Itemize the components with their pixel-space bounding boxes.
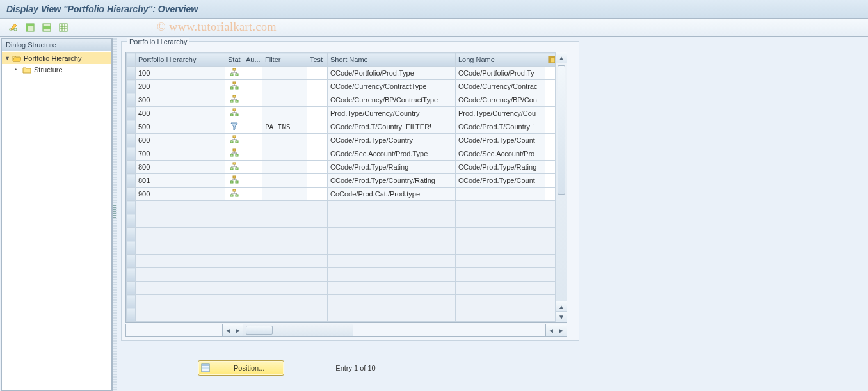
cell-long-name[interactable]: CCode/Currency/Contrac — [456, 80, 545, 93]
toolbar-select-block-button[interactable] — [40, 20, 54, 35]
cell-stat[interactable] — [225, 107, 243, 120]
cell-long-name[interactable] — [456, 188, 545, 201]
row-selector[interactable] — [127, 228, 136, 241]
vertical-scrollbar[interactable]: ▲ ▲ ▼ — [556, 52, 567, 322]
row-selector[interactable] — [127, 188, 136, 201]
cell-stat[interactable] — [225, 120, 243, 134]
cell-test[interactable] — [307, 120, 328, 134]
row-selector[interactable] — [127, 107, 136, 120]
cell-stat[interactable] — [225, 147, 243, 161]
column-long-name[interactable]: Long Name — [456, 53, 545, 67]
cell-au[interactable] — [243, 174, 262, 188]
column-row-selector[interactable] — [127, 53, 136, 67]
column-stat[interactable]: Stat — [225, 53, 243, 67]
position-button[interactable]: Position... — [198, 360, 284, 376]
cell-filter[interactable] — [262, 161, 307, 174]
cell-portfolio-hierarchy[interactable]: 400 — [136, 107, 225, 120]
cell-long-name[interactable]: CCode/Portfolio/Prod.Ty — [456, 67, 545, 80]
cell-portfolio-hierarchy[interactable]: 500 — [136, 120, 225, 134]
cell-test[interactable] — [307, 93, 328, 107]
row-selector[interactable] — [127, 308, 136, 322]
row-selector[interactable] — [127, 241, 136, 255]
cell-filter[interactable] — [262, 174, 307, 188]
cell-portfolio-hierarchy[interactable]: 800 — [136, 161, 225, 174]
cell-stat[interactable] — [225, 67, 243, 80]
toolbar-edit-button[interactable] — [6, 20, 20, 35]
tree-collapse-icon[interactable]: ▼ — [4, 55, 11, 61]
cell-short-name[interactable]: CoCode/Prod.Cat./Prod.type — [328, 188, 456, 201]
column-short-name[interactable]: Short Name — [328, 53, 456, 67]
column-portfolio-hierarchy[interactable]: Portfolio Hierarchy — [136, 53, 225, 67]
splitter-handle[interactable] — [112, 38, 117, 391]
cell-portfolio-hierarchy[interactable]: 900 — [136, 188, 225, 201]
cell-filter[interactable] — [262, 147, 307, 161]
cell-portfolio-hierarchy[interactable]: 100 — [136, 67, 225, 80]
cell-stat[interactable] — [225, 80, 243, 93]
tree-item-portfolio-hierarchy[interactable]: ▼Portfolio Hierarchy — [2, 52, 111, 64]
cell-portfolio-hierarchy[interactable]: 200 — [136, 80, 225, 93]
row-selector[interactable] — [127, 174, 136, 188]
cell-stat[interactable] — [225, 93, 243, 107]
cell-long-name[interactable]: CCode/Prod.Type/Rating — [456, 161, 545, 174]
scroll-right-arrow-icon[interactable]: ► — [556, 324, 567, 336]
cell-au[interactable] — [243, 120, 262, 134]
cell-long-name[interactable]: CCode/Sec.Account/Pro — [456, 147, 545, 161]
scroll-down-arrow2-icon[interactable]: ▼ — [556, 311, 567, 322]
cell-short-name[interactable]: CCode/Prod.Type/Country — [328, 134, 456, 147]
cell-au[interactable] — [243, 188, 262, 201]
scroll-left-arrow-icon[interactable]: ◄ — [223, 324, 233, 336]
row-selector[interactable] — [127, 295, 136, 308]
cell-filter[interactable]: PA_INS — [262, 120, 307, 134]
cell-test[interactable] — [307, 174, 328, 188]
cell-test[interactable] — [307, 188, 328, 201]
cell-short-name[interactable]: CCode/Prod.T/Country !FILTER! — [328, 120, 456, 134]
cell-stat[interactable] — [225, 134, 243, 147]
horizontal-scroll-thumb[interactable] — [246, 326, 273, 335]
cell-au[interactable] — [243, 134, 262, 147]
cell-au[interactable] — [243, 93, 262, 107]
horizontal-scrollbar[interactable]: ◄ ► ◄ ► — [125, 324, 567, 337]
cell-test[interactable] — [307, 147, 328, 161]
cell-filter[interactable] — [262, 107, 307, 120]
row-selector[interactable] — [127, 214, 136, 228]
row-selector[interactable] — [127, 93, 136, 107]
cell-stat[interactable] — [225, 174, 243, 188]
cell-test[interactable] — [307, 67, 328, 80]
tree-item-structure[interactable]: •Structure — [2, 64, 111, 76]
row-selector[interactable] — [127, 67, 136, 80]
column-au[interactable]: Au... — [243, 53, 262, 67]
row-selector[interactable] — [127, 134, 136, 147]
cell-au[interactable] — [243, 161, 262, 174]
row-selector[interactable] — [127, 147, 136, 161]
toolbar-select-all-button[interactable] — [23, 20, 37, 35]
row-selector[interactable] — [127, 120, 136, 134]
cell-au[interactable] — [243, 80, 262, 93]
row-selector[interactable] — [127, 201, 136, 214]
row-selector[interactable] — [127, 282, 136, 295]
cell-stat[interactable] — [225, 188, 243, 201]
cell-short-name[interactable]: CCode/Currency/ContractType — [328, 80, 456, 93]
cell-test[interactable] — [307, 134, 328, 147]
cell-portfolio-hierarchy[interactable]: 600 — [136, 134, 225, 147]
cell-short-name[interactable]: CCode/Prod.Type/Country/Rating — [328, 174, 456, 188]
cell-short-name[interactable]: CCode/Currency/BP/ContractType — [328, 93, 456, 107]
cell-portfolio-hierarchy[interactable]: 700 — [136, 147, 225, 161]
cell-filter[interactable] — [262, 134, 307, 147]
cell-filter[interactable] — [262, 93, 307, 107]
cell-long-name[interactable]: CCode/Currency/BP/Con — [456, 93, 545, 107]
scroll-left2-arrow-icon[interactable]: ◄ — [546, 324, 556, 336]
cell-long-name[interactable]: CCode/Prod.Type/Count — [456, 174, 545, 188]
column-filter[interactable]: Filter — [262, 53, 307, 67]
vertical-scroll-thumb[interactable] — [558, 65, 565, 195]
cell-au[interactable] — [243, 147, 262, 161]
cell-long-name[interactable]: CCode/Prod.T/Country ! — [456, 120, 545, 134]
cell-filter[interactable] — [262, 188, 307, 201]
cell-portfolio-hierarchy[interactable]: 300 — [136, 93, 225, 107]
cell-filter[interactable] — [262, 67, 307, 80]
cell-portfolio-hierarchy[interactable]: 801 — [136, 174, 225, 188]
horizontal-scroll-track[interactable] — [243, 324, 353, 336]
cell-test[interactable] — [307, 161, 328, 174]
cell-short-name[interactable]: Prod.Type/Currency/Country — [328, 107, 456, 120]
cell-long-name[interactable]: Prod.Type/Currency/Cou — [456, 107, 545, 120]
cell-au[interactable] — [243, 107, 262, 120]
